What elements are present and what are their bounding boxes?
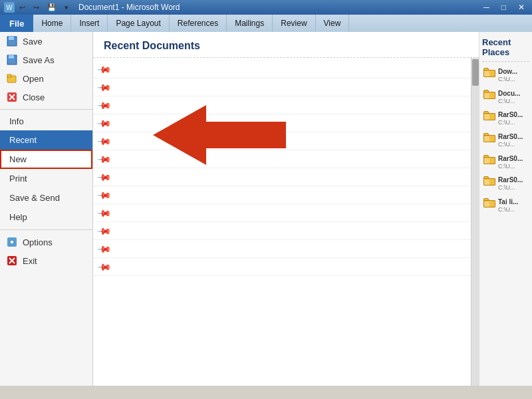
list-item[interactable]: RarS0... C:\U... [482, 108, 529, 130]
folder-icon [483, 155, 495, 164]
window-controls: ─ □ ✕ [480, 3, 528, 12]
word-icon: W [4, 2, 15, 13]
svg-rect-2 [9, 41, 15, 45]
pin-icon: 📌 [96, 79, 112, 94]
maximize-button[interactable]: □ [498, 3, 509, 12]
tab-review[interactable]: Review [273, 15, 315, 32]
sidebar-item-options[interactable]: Options [0, 233, 92, 251]
list-item: 📌 [93, 114, 471, 132]
sidebar-item-close[interactable]: Close [0, 88, 92, 106]
svg-rect-7 [7, 74, 11, 77]
list-item[interactable]: Docu... C:\U... [482, 86, 529, 108]
exit-icon [7, 255, 17, 266]
title-text: Document1 - Microsoft Word [78, 3, 180, 12]
close-doc-icon [7, 92, 17, 102]
pin-icon: 📌 [96, 169, 112, 184]
saveas-label: Save As [23, 55, 55, 65]
close-button[interactable]: ✕ [515, 3, 528, 12]
title-bar: W ↩ ↪ 💾 ▾ Document1 - Microsoft Word ─ □… [0, 0, 532, 15]
pin-icon: 📌 [96, 61, 112, 76]
tab-insert[interactable]: Insert [71, 15, 108, 32]
minimize-button[interactable]: ─ [480, 3, 493, 12]
sidebar: Save Save As Open Close Info Recent [0, 32, 93, 386]
folder-icon [483, 111, 495, 120]
ribbon-tabs: File Home Insert Page Layout References … [0, 15, 532, 32]
sidebar-item-print[interactable]: Print [0, 169, 92, 188]
tab-home[interactable]: Home [33, 15, 71, 32]
recent-documents-header: Recent Documents [93, 32, 479, 58]
list-item: 📌 [93, 150, 471, 168]
options-label: Options [23, 237, 53, 247]
sidebar-item-saveas[interactable]: Save As [0, 51, 92, 69]
close-label: Close [23, 92, 45, 102]
svg-rect-4 [9, 55, 14, 59]
list-item: 📌 [93, 96, 471, 114]
list-item: 📌 [93, 132, 471, 150]
list-item: 📌 [93, 222, 471, 240]
sidebar-item-open[interactable]: Open [0, 69, 92, 88]
content-area: Recent Documents 📌 📌 📌 📌 📌 📌 📌 📌 📌 📌 📌 📌 [93, 32, 479, 386]
list-item[interactable]: RarS0... C:\U... [482, 130, 529, 152]
folder-icon [483, 90, 495, 99]
redo-icon[interactable]: ↪ [31, 3, 41, 13]
pin-icon: 📌 [96, 223, 112, 238]
pin-icon: 📌 [96, 259, 112, 274]
main-layout: Save Save As Open Close Info Recent [0, 32, 532, 386]
divider-2 [0, 229, 92, 230]
pin-icon: 📌 [96, 133, 112, 148]
list-item[interactable]: Tai li... C:\U... [482, 195, 529, 217]
svg-point-12 [10, 240, 14, 244]
sidebar-item-help[interactable]: Help [0, 207, 92, 227]
quick-save-icon[interactable]: 💾 [45, 3, 59, 13]
scroll-thumb[interactable] [472, 59, 479, 86]
pin-icon: 📌 [96, 115, 112, 130]
dropdown-icon[interactable]: ▾ [63, 3, 70, 13]
list-item[interactable]: RarS0... C:\U... [482, 152, 529, 174]
pin-icon: 📌 [96, 205, 112, 220]
options-icon [7, 237, 17, 247]
scrollbar[interactable] [471, 58, 479, 386]
title-bar-left: W ↩ ↪ 💾 ▾ Document1 - Microsoft Word [4, 2, 180, 13]
list-item: 📌 [93, 61, 471, 78]
list-item: 📌 [93, 240, 471, 258]
saveas-icon [7, 55, 17, 65]
tab-references[interactable]: References [170, 15, 227, 32]
list-item: 📌 [93, 186, 471, 204]
open-label: Open [23, 74, 44, 84]
sidebar-item-save-send[interactable]: Save & Send [0, 188, 92, 207]
svg-rect-1 [9, 37, 14, 40]
save-label: Save [23, 37, 43, 47]
list-item: 📌 [93, 168, 471, 186]
list-item[interactable]: RarS0... C:\U... [482, 173, 529, 195]
folder-icon [483, 198, 495, 207]
tab-page-layout[interactable]: Page Layout [108, 15, 169, 32]
list-item: 📌 [93, 78, 471, 96]
divider-1 [0, 109, 92, 110]
tab-view[interactable]: View [316, 15, 350, 32]
pin-icon: 📌 [96, 151, 112, 166]
folder-icon [483, 68, 495, 77]
sidebar-item-info[interactable]: Info [0, 112, 92, 130]
tab-file[interactable]: File [0, 15, 33, 32]
folder-icon [483, 133, 495, 142]
save-icon [7, 36, 17, 47]
list-item[interactable]: Dow... C:\U... [482, 65, 529, 86]
sidebar-item-save[interactable]: Save [0, 32, 92, 51]
recent-places-panel: Recent Places Dow... C:\U... [479, 32, 532, 386]
exit-label: Exit [23, 256, 37, 266]
undo-icon[interactable]: ↩ [17, 3, 27, 13]
folder-icon [483, 176, 495, 186]
content-wrapper: Recent Documents 📌 📌 📌 📌 📌 📌 📌 📌 📌 📌 📌 📌 [93, 32, 532, 386]
open-icon [7, 73, 17, 84]
recent-documents-list[interactable]: 📌 📌 📌 📌 📌 📌 📌 📌 📌 📌 📌 📌 [93, 58, 471, 386]
sidebar-item-exit[interactable]: Exit [0, 251, 92, 270]
sidebar-item-recent[interactable]: Recent [0, 130, 92, 150]
sidebar-item-new[interactable]: New [0, 150, 92, 169]
pin-icon: 📌 [96, 187, 112, 202]
list-item: 📌 [93, 258, 471, 276]
list-item: 📌 [93, 204, 471, 222]
tab-mailings[interactable]: Mailings [227, 15, 273, 32]
pin-icon: 📌 [96, 97, 112, 112]
recent-places-header: Recent Places [482, 37, 529, 62]
quick-access-toolbar: ↩ ↪ 💾 ▾ [17, 3, 70, 13]
